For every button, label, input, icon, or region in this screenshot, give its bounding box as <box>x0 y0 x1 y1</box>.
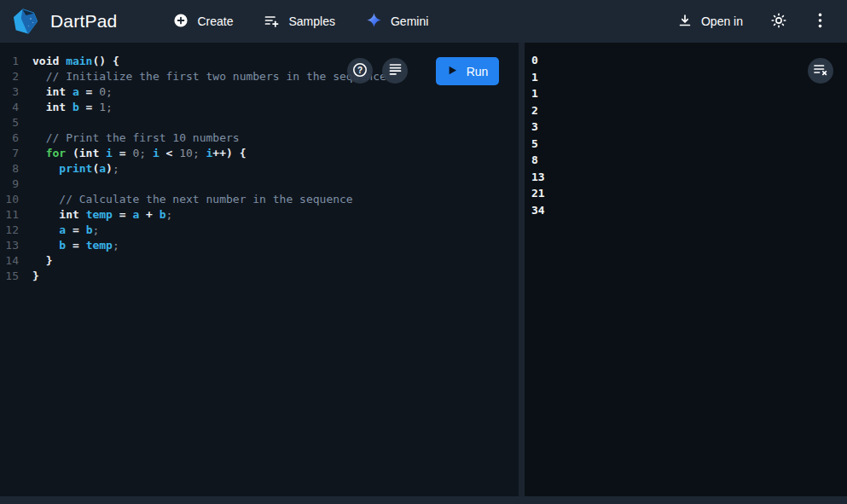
code-token: ; <box>106 101 113 113</box>
code-line[interactable]: 3 int a = 0; <box>0 84 519 100</box>
code-token: b <box>160 208 166 221</box>
code-token: a <box>59 223 66 236</box>
download-icon <box>677 13 693 31</box>
code-token: a <box>73 85 79 98</box>
gemini-sparkle-icon <box>366 12 382 31</box>
code-line-text: int b = 1; <box>24 100 113 115</box>
code-token: ; <box>193 147 200 159</box>
code-line[interactable]: 4 int b = 1; <box>0 100 519 115</box>
line-number: 6 <box>0 130 24 146</box>
code-token <box>79 208 86 221</box>
code-token: ; <box>106 85 113 98</box>
code-token: ; <box>92 223 99 236</box>
line-number: 1 <box>0 54 24 69</box>
overflow-menu-button[interactable] <box>804 6 835 37</box>
line-number: 2 <box>0 69 24 84</box>
brightness-icon <box>770 12 787 32</box>
line-number: 14 <box>0 253 24 269</box>
format-button[interactable] <box>382 58 408 84</box>
samples-button[interactable]: Samples <box>253 6 345 38</box>
code-line[interactable]: 15} <box>0 269 519 284</box>
gemini-button[interactable]: Gemini <box>356 5 438 38</box>
code-line[interactable]: 14 } <box>0 253 519 269</box>
app-title: DartPad <box>50 11 117 32</box>
code-token: for <box>46 147 66 159</box>
docs-help-button[interactable]: ? <box>347 58 373 84</box>
code-token: // Calculate the next number in the sequ… <box>59 193 352 206</box>
code-token <box>32 147 46 159</box>
code-line[interactable]: 11 int temp = a + b; <box>0 207 519 223</box>
console-line: 13 <box>531 169 847 186</box>
code-line[interactable]: 6 // Print the first 10 numbers <box>0 130 519 146</box>
code-line[interactable]: 8 print(a); <box>0 161 519 177</box>
code-line[interactable]: 5 <box>0 115 519 130</box>
panel-divider[interactable] <box>519 43 525 496</box>
code-token: () { <box>92 55 119 67</box>
code-token <box>32 162 59 175</box>
run-button[interactable]: Run <box>436 57 499 85</box>
status-bar <box>0 496 847 504</box>
code-token: 10 <box>179 147 193 159</box>
code-line-text <box>24 115 32 130</box>
code-token <box>59 55 66 67</box>
code-token: int <box>46 101 66 113</box>
dartpad-logo-icon <box>12 8 39 35</box>
code-line[interactable]: 9 <box>0 177 519 192</box>
code-token <box>32 223 59 236</box>
format-align-icon <box>389 63 402 78</box>
code-line[interactable]: 12 a = b; <box>0 223 519 238</box>
code-token <box>66 85 73 98</box>
code-line[interactable]: 10 // Calculate the next number in the s… <box>0 192 519 207</box>
brand[interactable]: DartPad <box>12 8 117 35</box>
add-circle-icon <box>173 13 189 31</box>
line-number: 13 <box>0 238 24 253</box>
line-number: 8 <box>0 161 24 177</box>
code-token: temp <box>86 208 113 221</box>
code-token <box>32 131 46 144</box>
console-line: 34 <box>531 202 847 219</box>
code-line[interactable]: 13 b = temp; <box>0 238 519 253</box>
code-token: // Print the first 10 numbers <box>46 131 240 144</box>
code-token: int <box>46 85 66 98</box>
code-line-text: // Initialize the first two numbers in t… <box>24 69 386 84</box>
code-line-text: for (int i = 0; i < 10; i++) { <box>24 146 247 161</box>
console-output: 0112358132134 <box>525 43 847 218</box>
code-token: } <box>32 254 52 267</box>
open-in-button[interactable]: Open in <box>667 6 753 38</box>
play-icon <box>447 65 458 78</box>
console-line: 5 <box>531 136 847 153</box>
code-token <box>32 193 59 206</box>
code-token: = <box>113 147 132 159</box>
theme-toggle-button[interactable] <box>763 6 794 37</box>
line-number: 3 <box>0 84 24 100</box>
samples-label: Samples <box>288 14 334 28</box>
code-token: ++) { <box>212 147 246 159</box>
line-number: 9 <box>0 177 24 192</box>
code-line[interactable]: 7 for (int i = 0; i < 10; i++) { <box>0 146 519 161</box>
code-token: 0 <box>99 85 106 98</box>
code-token <box>32 101 46 113</box>
code-line-text: } <box>24 269 39 284</box>
code-token: a <box>99 162 106 175</box>
playlist-add-icon <box>264 13 280 31</box>
editor-panel[interactable]: 1void main() {2 // Initialize the first … <box>0 43 519 496</box>
code-token: i <box>106 147 113 159</box>
code-line-text: // Print the first 10 numbers <box>24 130 240 146</box>
console-line: 21 <box>531 185 847 202</box>
code-token: ) <box>106 162 113 175</box>
clear-console-button[interactable] <box>808 58 833 84</box>
code-line-text: a = b; <box>24 223 99 238</box>
console-line: 3 <box>531 119 847 136</box>
code-line-text <box>24 177 32 192</box>
code-token <box>146 147 153 159</box>
line-number: 15 <box>0 269 24 284</box>
line-number: 5 <box>0 115 24 130</box>
code-token: ( <box>66 147 79 159</box>
code-line-text: int temp = a + b; <box>24 207 172 223</box>
code-token: = <box>66 239 85 252</box>
code-line-text: } <box>24 253 52 269</box>
code-token: ; <box>113 162 119 175</box>
code-token: int <box>59 208 78 221</box>
open-in-label: Open in <box>701 14 743 28</box>
create-button[interactable]: Create <box>163 6 243 38</box>
